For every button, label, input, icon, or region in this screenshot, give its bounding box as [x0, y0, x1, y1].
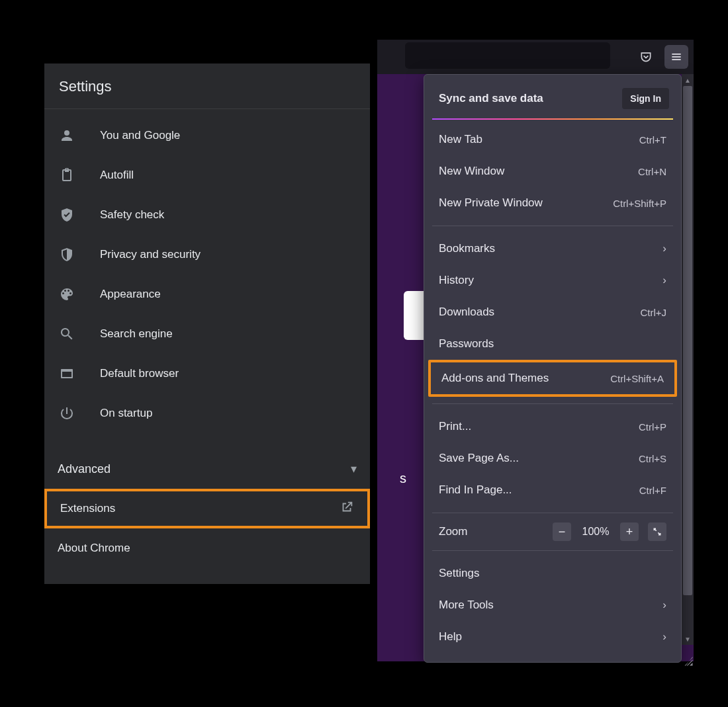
resize-handle-icon	[682, 655, 694, 667]
menu-bookmarks[interactable]: Bookmarks ›	[424, 233, 681, 265]
scroll-thumb[interactable]	[683, 86, 692, 595]
open-external-icon	[340, 500, 354, 518]
menu-shortcut: Ctrl+Shift+A	[610, 373, 664, 384]
menu-label: Settings	[439, 567, 479, 580]
menu-history[interactable]: History ›	[424, 265, 681, 296]
firefox-window: s ▲ ▼ Sync and save data Sign In New Tab…	[377, 40, 694, 661]
sync-title: Sync and save data	[439, 92, 543, 105]
menu-downloads[interactable]: Downloads Ctrl+J	[424, 296, 681, 328]
nav-privacy-security[interactable]: Privacy and security	[44, 235, 370, 274]
menu-save-page-as[interactable]: Save Page As... Ctrl+S	[424, 442, 681, 474]
menu-label: New Private Window	[439, 196, 543, 210]
menu-label: Bookmarks	[439, 242, 495, 255]
menu-separator	[432, 403, 673, 404]
advanced-label: Advanced	[58, 462, 111, 476]
menu-section-bottom: Settings More Tools › Help ›	[424, 554, 681, 657]
menu-label: Find In Page...	[439, 483, 512, 497]
zoom-label: Zoom	[439, 525, 467, 538]
zoom-controls: − 100% +	[553, 522, 666, 541]
chevron-right-icon: ›	[662, 242, 666, 255]
menu-label: History	[439, 274, 474, 287]
menu-shortcut: Ctrl+F	[639, 485, 666, 496]
nav-safety-check[interactable]: Safety check	[44, 195, 370, 235]
person-icon	[58, 126, 76, 145]
nav-advanced[interactable]: Advanced ▾	[44, 450, 370, 487]
pocket-button[interactable]	[634, 45, 658, 69]
menu-more-tools[interactable]: More Tools ›	[424, 589, 681, 621]
fullscreen-button[interactable]	[648, 522, 666, 541]
nav-on-startup[interactable]: On startup	[44, 394, 370, 433]
settings-title: Settings	[44, 63, 370, 109]
settings-nav-list: You and Google Autofill Safety check Pri…	[44, 109, 370, 433]
nav-label: Search engine	[100, 327, 173, 341]
menu-label: More Tools	[439, 599, 494, 612]
app-menu-button[interactable]	[664, 45, 688, 69]
vertical-scrollbar[interactable]: ▲ ▼	[682, 74, 694, 645]
nav-label: You and Google	[100, 129, 180, 142]
menu-zoom-row: Zoom − 100% +	[424, 516, 681, 548]
menu-addons-themes[interactable]: Add-ons and Themes Ctrl+Shift+A	[428, 360, 677, 397]
nav-label: Safety check	[100, 208, 164, 222]
zoom-in-button[interactable]: +	[620, 522, 639, 541]
about-label: About Chrome	[58, 542, 130, 555]
menu-help[interactable]: Help ›	[424, 621, 681, 653]
menu-separator	[432, 513, 673, 513]
menu-sync-header: Sync and save data Sign In	[424, 79, 681, 118]
menu-shortcut: Ctrl+S	[639, 453, 666, 464]
menu-find-in-page[interactable]: Find In Page... Ctrl+F	[424, 474, 681, 506]
nav-label: Default browser	[100, 367, 179, 380]
nav-you-and-google[interactable]: You and Google	[44, 116, 370, 155]
menu-label: New Tab	[439, 133, 482, 146]
chevron-down-icon: ▾	[351, 462, 357, 476]
search-icon	[58, 325, 76, 343]
menu-section-library: Bookmarks › History › Downloads Ctrl+J P…	[424, 229, 681, 401]
nav-default-browser[interactable]: Default browser	[44, 354, 370, 394]
nav-about-chrome[interactable]: About Chrome	[44, 528, 370, 568]
nav-autofill[interactable]: Autofill	[44, 155, 370, 195]
menu-passwords[interactable]: Passwords	[424, 328, 681, 360]
browser-icon	[58, 364, 76, 383]
extensions-label: Extensions	[60, 502, 115, 515]
menu-shortcut: Ctrl+J	[640, 307, 666, 318]
menu-new-window[interactable]: New Window Ctrl+N	[424, 155, 681, 187]
scroll-up-button[interactable]: ▲	[682, 74, 694, 86]
menu-new-private-window[interactable]: New Private Window Ctrl+Shift+P	[424, 187, 681, 219]
nav-search-engine[interactable]: Search engine	[44, 314, 370, 354]
menu-shortcut: Ctrl+N	[638, 166, 666, 177]
menu-print[interactable]: Print... Ctrl+P	[424, 411, 681, 442]
nav-label: Appearance	[100, 288, 161, 301]
menu-shortcut: Ctrl+Shift+P	[613, 198, 666, 209]
nav-label: On startup	[100, 407, 152, 420]
menu-shortcut: Ctrl+P	[639, 421, 666, 433]
url-bar[interactable]	[405, 42, 610, 69]
settings-lower-list: Extensions About Chrome	[44, 487, 370, 584]
menu-label: Downloads	[439, 306, 494, 319]
menu-label: Add-ons and Themes	[441, 372, 549, 385]
menu-separator	[432, 550, 673, 551]
firefox-app-menu: Sync and save data Sign In New Tab Ctrl+…	[424, 74, 682, 663]
menu-separator	[432, 226, 673, 226]
scroll-down-button[interactable]: ▼	[682, 633, 694, 645]
nav-appearance[interactable]: Appearance	[44, 274, 370, 314]
firefox-toolbar	[377, 40, 694, 74]
menu-new-tab[interactable]: New Tab Ctrl+T	[424, 124, 681, 155]
clipboard-icon	[58, 166, 76, 185]
sign-in-button[interactable]: Sign In	[622, 88, 669, 109]
menu-shortcut: Ctrl+T	[639, 134, 666, 146]
menu-label: New Window	[439, 165, 504, 178]
chrome-settings-panel: Settings You and Google Autofill Safety …	[44, 63, 370, 584]
menu-section-windows: New Tab Ctrl+T New Window Ctrl+N New Pri…	[424, 120, 681, 223]
power-icon	[58, 404, 76, 423]
zoom-out-button[interactable]: −	[553, 522, 571, 541]
security-icon	[58, 245, 76, 264]
zoom-value: 100%	[580, 526, 611, 538]
background-text-fragment: s	[400, 471, 406, 486]
menu-settings[interactable]: Settings	[424, 558, 681, 589]
menu-label: Print...	[439, 420, 471, 433]
menu-label: Passwords	[439, 337, 494, 351]
menu-section-page: Print... Ctrl+P Save Page As... Ctrl+S F…	[424, 407, 681, 510]
chevron-right-icon: ›	[662, 274, 666, 287]
menu-label: Save Page As...	[439, 452, 519, 465]
nav-label: Privacy and security	[100, 248, 201, 261]
nav-extensions[interactable]: Extensions	[44, 489, 370, 528]
